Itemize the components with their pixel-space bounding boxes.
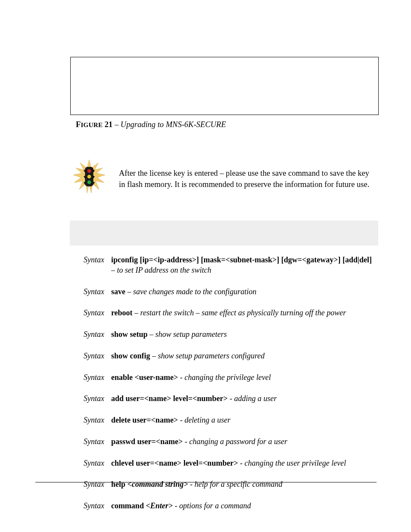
license-save-note: After the license key is entered – pleas…: [119, 168, 375, 190]
syntax-command: help: [111, 480, 128, 488]
syntax-label: Syntax: [84, 479, 107, 490]
syntax-command: show config: [111, 352, 150, 360]
syntax-entry: Syntaxpasswd user=<name> - changing a pa…: [84, 437, 373, 447]
syntax-entry: Syntaxshow config – show setup parameter…: [84, 351, 373, 361]
syntax-separator: -: [178, 416, 184, 424]
syntax-label: Syntax: [84, 373, 107, 383]
svg-point-1: [87, 169, 91, 173]
syntax-entry: Syntaxdelete user=<name> - deleting a us…: [84, 415, 373, 426]
syntax-label: Syntax: [84, 458, 107, 469]
traffic-light-burst-icon: [72, 159, 106, 197]
syntax-description: changing the user privilege level: [244, 459, 346, 467]
syntax-command: chlevel user=<name> level=<number>: [111, 459, 238, 467]
svg-point-2: [87, 175, 91, 179]
syntax-entry: Syntaxsave – save changes made to the co…: [84, 287, 373, 297]
figure-number: 21: [105, 120, 113, 129]
syntax-label: Syntax: [84, 351, 107, 361]
syntax-body: help <command string> - help for a speci…: [111, 479, 373, 490]
syntax-body: reboot – restart the switch – same effec…: [111, 308, 373, 318]
syntax-description: options for a command: [179, 501, 251, 510]
figure-placeholder-box: [70, 57, 379, 115]
syntax-description: show setup parameters: [155, 330, 227, 339]
syntax-command: passwd user=<name>: [111, 437, 183, 446]
syntax-label: Syntax: [84, 437, 107, 447]
syntax-command: delete user=<name>: [111, 416, 178, 424]
syntax-body: add user=<name> level=<number> - adding …: [111, 394, 373, 404]
syntax-body: chlevel user=<name> level=<number> - cha…: [111, 458, 373, 469]
syntax-command-italic: <command string>: [127, 480, 188, 488]
syntax-command: command: [111, 501, 146, 510]
syntax-label: Syntax: [84, 287, 107, 297]
syntax-command: show setup: [111, 330, 148, 339]
syntax-label: Syntax: [84, 308, 107, 318]
syntax-separator: -: [238, 459, 244, 467]
syntax-description: changing a password for a user: [189, 437, 287, 446]
syntax-entry: Syntaxipconfig [ip=<ip-address>] [mask=<…: [84, 255, 373, 276]
syntax-description: restart the switch – same effect as phys…: [140, 308, 346, 317]
syntax-command: ipconfig [ip=<ip-address>] [mask=<subnet…: [111, 255, 372, 264]
syntax-body: save – save changes made to the configur…: [111, 287, 373, 297]
syntax-body: delete user=<name> - deleting a user: [111, 415, 373, 426]
syntax-label: Syntax: [84, 330, 107, 340]
syntax-body: show setup – show setup parameters: [111, 330, 373, 340]
syntax-separator: –: [133, 308, 140, 317]
footer-rule: [35, 482, 377, 482]
syntax-description: adding a user: [234, 394, 277, 403]
syntax-command: reboot: [111, 308, 133, 317]
figure-label-word: FIGURE: [76, 120, 103, 129]
syntax-separator: -: [188, 480, 194, 488]
syntax-separator: -: [227, 394, 234, 403]
svg-point-3: [87, 180, 91, 184]
syntax-command-italic: <Enter>: [146, 501, 173, 510]
syntax-description: changing the privilege level: [184, 373, 271, 382]
syntax-label: Syntax: [84, 415, 107, 426]
syntax-description: save changes made to the configuration: [133, 287, 256, 296]
syntax-command: enable <user-name>: [111, 373, 178, 382]
syntax-separator: –: [147, 330, 155, 339]
syntax-separator: -: [178, 373, 184, 382]
syntax-entry: Syntaxenable <user-name> - changing the …: [84, 373, 373, 383]
syntax-label: Syntax: [84, 501, 107, 511]
syntax-separator: –: [125, 287, 133, 296]
syntax-label: Syntax: [84, 255, 107, 265]
figure-caption: FIGURE 21 – Upgrading to MNS-6K-SECURE: [76, 120, 226, 129]
syntax-description: help for a specific command: [194, 480, 282, 488]
syntax-entry: Syntaxreboot – restart the switch – same…: [84, 308, 373, 318]
figure-title: Upgrading to MNS-6K-SECURE: [121, 120, 226, 129]
syntax-command: save: [111, 287, 125, 296]
syntax-entry: Syntaxshow setup – show setup parameters: [84, 330, 373, 340]
syntax-body: show config – show setup parameters conf…: [111, 351, 373, 361]
syntax-separator: –: [111, 266, 117, 274]
syntax-description: deleting a user: [184, 416, 230, 424]
syntax-description: to set IP address on the switch: [117, 266, 211, 274]
syntax-body: command <Enter> - options for a command: [111, 501, 373, 511]
section-heading-band: [70, 221, 378, 246]
figure-separator: –: [112, 120, 121, 129]
syntax-body: passwd user=<name> - changing a password…: [111, 437, 373, 447]
syntax-command: add user=<name> level=<number>: [111, 394, 228, 403]
syntax-separator: -: [173, 501, 179, 510]
syntax-label: Syntax: [84, 394, 107, 404]
syntax-entry: Syntaxhelp <command string> - help for a…: [84, 479, 373, 490]
syntax-entry: Syntaxchlevel user=<name> level=<number>…: [84, 458, 373, 469]
syntax-body: ipconfig [ip=<ip-address>] [mask=<subnet…: [111, 255, 373, 276]
syntax-body: enable <user-name> - changing the privil…: [111, 373, 373, 383]
syntax-separator: -: [183, 437, 189, 446]
syntax-separator: –: [150, 352, 158, 360]
syntax-entry: Syntaxadd user=<name> level=<number> - a…: [84, 394, 373, 404]
syntax-entry: Syntaxcommand <Enter> - options for a co…: [84, 501, 373, 511]
syntax-description: show setup parameters configured: [158, 352, 265, 360]
